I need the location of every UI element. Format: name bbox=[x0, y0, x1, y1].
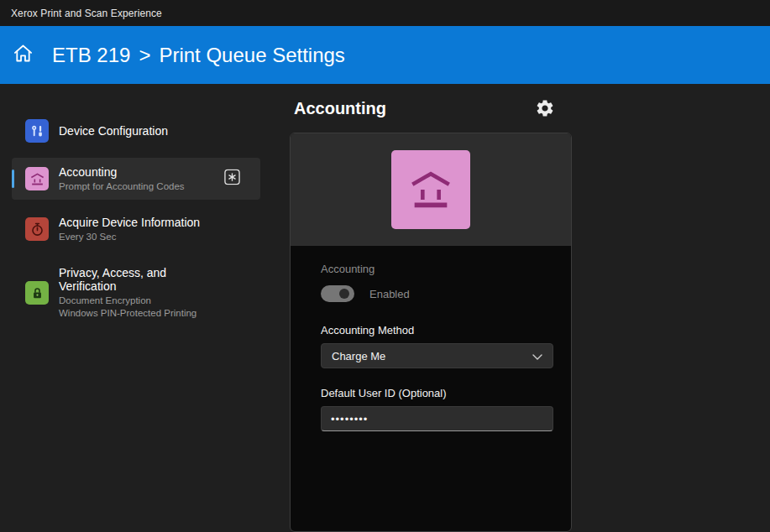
accounting-enabled-toggle[interactable] bbox=[321, 285, 354, 302]
timer-icon bbox=[25, 217, 49, 241]
bank-icon bbox=[391, 150, 470, 229]
sidebar-item-acquire-device-information[interactable]: Acquire Device Information Every 30 Sec bbox=[12, 210, 260, 248]
page-title: Print Queue Settings bbox=[159, 44, 344, 67]
home-icon bbox=[12, 42, 34, 68]
prompt-asterisk-badge-icon bbox=[224, 170, 240, 189]
selection-accent-pill bbox=[12, 170, 14, 188]
default-user-id-input[interactable] bbox=[321, 406, 553, 431]
sidebar-item-privacy-access-verification[interactable]: Privacy, Access, and Verification Docume… bbox=[12, 257, 260, 329]
accounting-method-label: Accounting Method bbox=[321, 324, 551, 336]
sidebar-item-sublabel: Prompt for Accounting Codes bbox=[59, 180, 185, 193]
breadcrumb: ETB 219 > Print Queue Settings bbox=[52, 44, 345, 67]
sidebar-item-sublabel: Document Encryption bbox=[59, 295, 208, 307]
toggle-state-label: Enabled bbox=[369, 288, 410, 300]
card-hero bbox=[291, 133, 571, 246]
window-title: Xerox Print and Scan Experience bbox=[11, 8, 162, 19]
tools-icon bbox=[25, 119, 49, 143]
app-window: Xerox Print and Scan Experience ETB 219 … bbox=[0, 0, 770, 532]
bank-icon bbox=[25, 167, 49, 190]
app-header: ETB 219 > Print Queue Settings bbox=[0, 26, 770, 84]
settings-button[interactable] bbox=[534, 99, 556, 121]
sidebar-item-label: Accounting bbox=[59, 165, 185, 179]
breadcrumb-device[interactable]: ETB 219 bbox=[52, 44, 130, 67]
lock-icon bbox=[25, 281, 49, 305]
breadcrumb-separator: > bbox=[139, 44, 150, 67]
accounting-method-dropdown[interactable]: Charge Me bbox=[321, 343, 553, 368]
section-title: Accounting bbox=[294, 99, 386, 118]
titlebar: Xerox Print and Scan Experience bbox=[0, 0, 770, 26]
chevron-down-icon bbox=[532, 348, 542, 363]
sidebar: Device Configuration Accounting Prompt f… bbox=[0, 84, 277, 532]
toggle-knob bbox=[339, 289, 349, 299]
default-user-id-label: Default User ID (Optional) bbox=[321, 387, 551, 399]
sidebar-item-label: Acquire Device Information bbox=[59, 216, 200, 229]
sidebar-item-accounting[interactable]: Accounting Prompt for Accounting Codes bbox=[12, 158, 260, 200]
home-button[interactable] bbox=[3, 36, 42, 75]
accounting-toggle-label: Accounting bbox=[321, 263, 551, 275]
sidebar-item-sublabel: Every 30 Sec bbox=[59, 231, 200, 243]
accounting-method-value: Charge Me bbox=[332, 350, 385, 362]
sidebar-item-sublabel: Windows PIN-Protected Printing bbox=[59, 307, 208, 320]
gear-icon bbox=[535, 98, 555, 122]
card-body: Accounting Enabled Accounting Method Cha… bbox=[291, 246, 571, 431]
sidebar-item-label: Privacy, Access, and Verification bbox=[59, 266, 208, 293]
sidebar-item-label: Device Configuration bbox=[59, 124, 168, 138]
accounting-settings-card: Accounting Enabled Accounting Method Cha… bbox=[290, 133, 572, 532]
sidebar-item-device-configuration[interactable]: Device Configuration bbox=[12, 116, 260, 146]
